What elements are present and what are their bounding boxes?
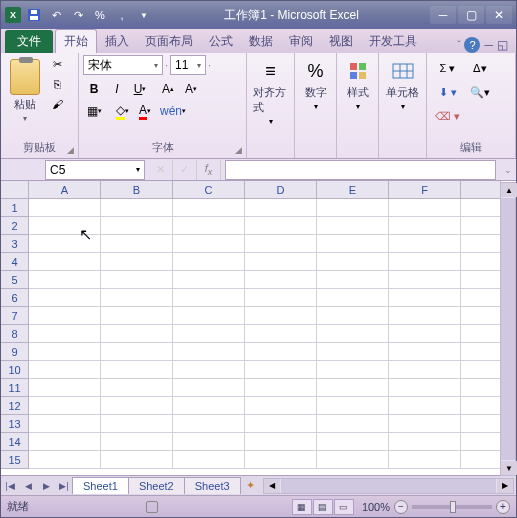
cancel-formula-icon[interactable]: ✕ — [149, 160, 173, 180]
page-break-view-icon[interactable]: ▭ — [334, 499, 354, 515]
sheet-tab-3[interactable]: Sheet3 — [184, 477, 241, 494]
cell[interactable] — [101, 361, 173, 379]
cell[interactable] — [461, 235, 501, 253]
format-painter-icon[interactable]: 🖌 — [47, 95, 67, 113]
app-icon[interactable]: X — [5, 7, 21, 23]
styles-button[interactable]: 样式▾ — [341, 55, 374, 115]
cell[interactable] — [389, 343, 461, 361]
cell[interactable] — [101, 289, 173, 307]
cell[interactable] — [389, 253, 461, 271]
cell[interactable] — [317, 325, 389, 343]
row-header[interactable]: 3 — [1, 235, 29, 253]
cell[interactable] — [173, 271, 245, 289]
save-icon[interactable] — [25, 6, 43, 24]
zoom-slider[interactable] — [412, 505, 492, 509]
cell[interactable] — [245, 343, 317, 361]
cell[interactable] — [101, 235, 173, 253]
tab-insert[interactable]: 插入 — [97, 30, 137, 53]
cell[interactable] — [101, 325, 173, 343]
undo-icon[interactable]: ↶ — [47, 6, 65, 24]
cell[interactable] — [461, 397, 501, 415]
select-all-corner[interactable] — [1, 181, 29, 199]
row-header[interactable]: 13 — [1, 415, 29, 433]
column-header[interactable]: A — [29, 181, 101, 199]
border-button[interactable]: ▦▾ — [83, 101, 105, 121]
cell[interactable] — [245, 433, 317, 451]
cell[interactable] — [389, 361, 461, 379]
cell[interactable] — [389, 451, 461, 469]
shrink-font-button[interactable]: A▾ — [180, 79, 202, 99]
cell[interactable] — [29, 307, 101, 325]
cell[interactable] — [245, 217, 317, 235]
clipboard-launcher-icon[interactable]: ◢ — [67, 145, 74, 155]
cells-button[interactable]: 单元格▾ — [383, 55, 422, 115]
cell[interactable] — [317, 235, 389, 253]
tab-data[interactable]: 数据 — [241, 30, 281, 53]
cell[interactable] — [173, 433, 245, 451]
cell[interactable] — [101, 379, 173, 397]
cell[interactable] — [173, 235, 245, 253]
percent-icon[interactable]: % — [91, 6, 109, 24]
cell[interactable] — [29, 271, 101, 289]
clear-button[interactable]: ⌫ ▾ — [435, 107, 460, 125]
paste-button[interactable]: 粘贴 ▾ — [5, 55, 45, 127]
cell[interactable] — [173, 343, 245, 361]
cell[interactable] — [29, 217, 101, 235]
scroll-left-icon[interactable]: ◀ — [264, 479, 280, 493]
cell[interactable] — [389, 235, 461, 253]
cell[interactable] — [461, 343, 501, 361]
phonetic-guide-button[interactable]: wén▾ — [162, 101, 184, 121]
cell[interactable] — [173, 415, 245, 433]
cell[interactable] — [317, 397, 389, 415]
tab-home[interactable]: 开始 — [55, 29, 97, 53]
cell[interactable] — [101, 415, 173, 433]
row-header[interactable]: 2 — [1, 217, 29, 235]
cell[interactable] — [317, 343, 389, 361]
cell[interactable] — [389, 415, 461, 433]
expand-formula-bar-icon[interactable]: ⌄ — [500, 165, 516, 175]
cell[interactable] — [461, 433, 501, 451]
cell[interactable] — [389, 397, 461, 415]
cell[interactable] — [317, 199, 389, 217]
cell[interactable] — [101, 199, 173, 217]
cell[interactable] — [173, 289, 245, 307]
doc-minimize-icon[interactable]: ─ — [484, 38, 493, 52]
row-header[interactable]: 15 — [1, 451, 29, 469]
vertical-scrollbar[interactable]: ▲ ▼ — [500, 182, 516, 476]
cell[interactable] — [317, 253, 389, 271]
row-header[interactable]: 9 — [1, 343, 29, 361]
column-header[interactable] — [461, 181, 501, 199]
row-header[interactable]: 5 — [1, 271, 29, 289]
cell[interactable] — [101, 433, 173, 451]
first-sheet-icon[interactable]: |◀ — [1, 477, 19, 495]
cell[interactable] — [317, 289, 389, 307]
cell[interactable] — [245, 379, 317, 397]
cell[interactable] — [173, 397, 245, 415]
tab-file[interactable]: 文件 — [5, 30, 53, 53]
cell[interactable] — [461, 307, 501, 325]
cell[interactable] — [389, 217, 461, 235]
tab-developer[interactable]: 开发工具 — [361, 30, 425, 53]
minimize-button[interactable]: ─ — [430, 6, 456, 24]
cell[interactable] — [29, 379, 101, 397]
row-header[interactable]: 14 — [1, 433, 29, 451]
cell[interactable] — [29, 289, 101, 307]
cell[interactable] — [29, 343, 101, 361]
cell[interactable] — [29, 361, 101, 379]
cell[interactable] — [389, 271, 461, 289]
cell[interactable] — [101, 343, 173, 361]
hscroll-thumb[interactable] — [281, 479, 496, 493]
cell[interactable] — [173, 451, 245, 469]
cell[interactable] — [245, 397, 317, 415]
cell[interactable] — [461, 217, 501, 235]
cell[interactable] — [173, 253, 245, 271]
cell[interactable] — [317, 361, 389, 379]
cell[interactable] — [29, 433, 101, 451]
cell[interactable] — [29, 253, 101, 271]
new-sheet-icon[interactable]: ✦ — [241, 479, 261, 492]
cell[interactable] — [245, 199, 317, 217]
cell[interactable] — [461, 361, 501, 379]
name-box[interactable]: C5▾ — [45, 160, 145, 180]
cell[interactable] — [317, 379, 389, 397]
bold-button[interactable]: B — [83, 79, 105, 99]
